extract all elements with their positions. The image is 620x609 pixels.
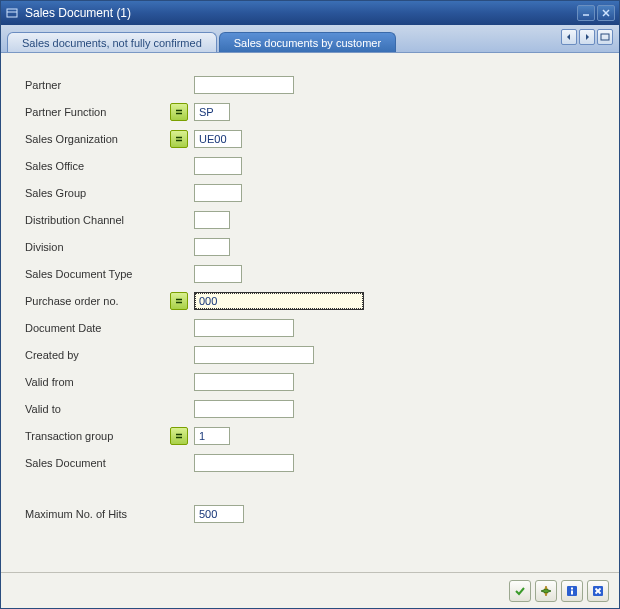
label-valid-to: Valid to bbox=[25, 403, 170, 415]
label-division: Division bbox=[25, 241, 170, 253]
footer-toolbar bbox=[1, 572, 619, 608]
svg-rect-20 bbox=[571, 590, 573, 594]
svg-marker-5 bbox=[567, 34, 570, 40]
label-po-no: Purchase order no. bbox=[25, 295, 170, 307]
equals-icon[interactable] bbox=[170, 292, 188, 310]
app-icon bbox=[5, 6, 19, 20]
created-by-input[interactable] bbox=[194, 346, 314, 364]
trans-group-input[interactable] bbox=[194, 427, 230, 445]
tab-label: Sales documents by customer bbox=[234, 37, 381, 49]
svg-marker-6 bbox=[586, 34, 589, 40]
label-trans-group: Transaction group bbox=[25, 430, 170, 442]
label-doc-date: Document Date bbox=[25, 322, 170, 334]
tab-prev-button[interactable] bbox=[561, 29, 577, 45]
tab-next-button[interactable] bbox=[579, 29, 595, 45]
label-partner: Partner bbox=[25, 79, 170, 91]
tab-nav bbox=[561, 29, 613, 45]
label-sales-office: Sales Office bbox=[25, 160, 170, 172]
tabstrip: Sales documents, not fully confirmed Sal… bbox=[1, 25, 619, 53]
close-button[interactable] bbox=[597, 5, 615, 21]
sales-group-input[interactable] bbox=[194, 184, 242, 202]
svg-rect-19 bbox=[571, 587, 573, 589]
tab-by-customer[interactable]: Sales documents by customer bbox=[219, 32, 396, 52]
equals-icon[interactable] bbox=[170, 130, 188, 148]
dialog-window: Sales Document (1) Sales documents, not … bbox=[0, 0, 620, 609]
valid-from-input[interactable] bbox=[194, 373, 294, 391]
label-created-by: Created by bbox=[25, 349, 170, 361]
valid-to-input[interactable] bbox=[194, 400, 294, 418]
form-content: Partner Partner Function Sales Organizat… bbox=[1, 53, 619, 572]
label-sales-org: Sales Organization bbox=[25, 133, 170, 145]
max-hits-input[interactable] bbox=[194, 505, 244, 523]
doc-date-input[interactable] bbox=[194, 319, 294, 337]
label-dist-channel: Distribution Channel bbox=[25, 214, 170, 226]
label-sales-group: Sales Group bbox=[25, 187, 170, 199]
dist-channel-input[interactable] bbox=[194, 211, 230, 229]
minimize-button[interactable] bbox=[577, 5, 595, 21]
sales-doc-input[interactable] bbox=[194, 454, 294, 472]
label-doc-type: Sales Document Type bbox=[25, 268, 170, 280]
po-no-input[interactable] bbox=[194, 292, 364, 310]
svg-rect-0 bbox=[7, 9, 17, 17]
label-partner-function: Partner Function bbox=[25, 106, 170, 118]
partner-function-input[interactable] bbox=[194, 103, 230, 121]
division-input[interactable] bbox=[194, 238, 230, 256]
equals-icon[interactable] bbox=[170, 103, 188, 121]
info-button[interactable] bbox=[561, 580, 583, 602]
label-valid-from: Valid from bbox=[25, 376, 170, 388]
titlebar: Sales Document (1) bbox=[1, 1, 619, 25]
continue-button[interactable] bbox=[509, 580, 531, 602]
cancel-button[interactable] bbox=[587, 580, 609, 602]
multiple-selection-button[interactable] bbox=[535, 580, 557, 602]
sales-org-input[interactable] bbox=[194, 130, 242, 148]
equals-icon[interactable] bbox=[170, 427, 188, 445]
window-title: Sales Document (1) bbox=[25, 6, 575, 20]
label-max-hits: Maximum No. of Hits bbox=[25, 508, 170, 520]
tab-list-button[interactable] bbox=[597, 29, 613, 45]
tab-label: Sales documents, not fully confirmed bbox=[22, 37, 202, 49]
tab-not-fully-confirmed[interactable]: Sales documents, not fully confirmed bbox=[7, 32, 217, 52]
label-sales-doc: Sales Document bbox=[25, 457, 170, 469]
partner-input[interactable] bbox=[194, 76, 294, 94]
sales-office-input[interactable] bbox=[194, 157, 242, 175]
doc-type-input[interactable] bbox=[194, 265, 242, 283]
svg-marker-17 bbox=[541, 589, 551, 593]
svg-rect-7 bbox=[601, 34, 609, 40]
